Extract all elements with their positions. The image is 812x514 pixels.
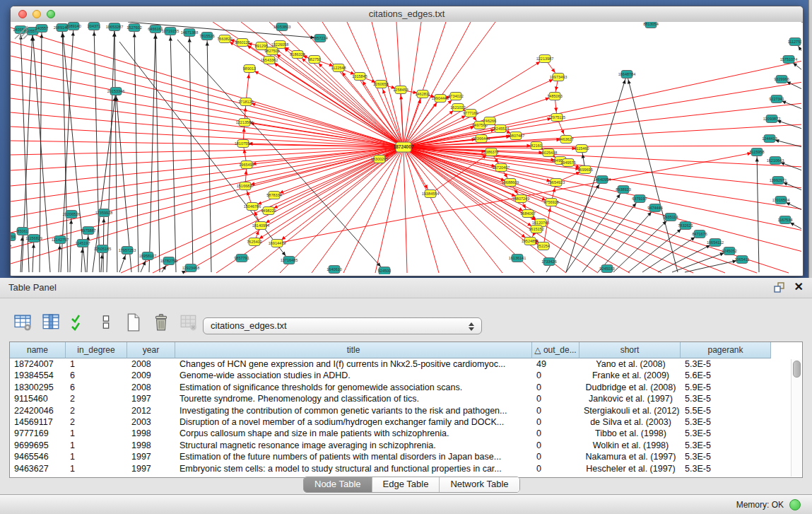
minimize-window-button[interactable] (33, 10, 41, 18)
graph-node-label: 7815526 (199, 34, 214, 38)
table-settings-icon[interactable] (14, 313, 33, 332)
column-header-year[interactable]: year (127, 342, 175, 358)
table-cell: Genome-wide association studies in ADHD. (175, 370, 532, 381)
graph-node-label: 16136141 (509, 256, 526, 260)
graph-node-label: 19524851 (522, 239, 539, 243)
table-row[interactable]: 946362711997Embryonic stem cells: a mode… (10, 463, 802, 474)
graph-node-label: 924500 (378, 269, 391, 273)
table-cell: Estimation of the future numbers of pati… (175, 451, 532, 462)
graph-node-label: 252254 (537, 244, 550, 248)
graph-node-label: 12213987 (536, 57, 553, 61)
column-header-name[interactable]: name (10, 342, 66, 358)
table-cell: Estimation of significance thresholds fo… (175, 382, 532, 393)
red-edge-ray (404, 147, 407, 273)
column-header-pagerank[interactable]: pagerank (681, 342, 771, 358)
table-cell: 9465546 (10, 451, 66, 462)
select-column-icon[interactable] (42, 313, 60, 332)
edge-arrowhead (69, 220, 73, 224)
zoom-window-button[interactable] (47, 10, 55, 18)
black-citation-edge (658, 243, 715, 272)
float-window-icon[interactable] (772, 281, 785, 294)
graph-node-label: 9756928 (543, 200, 558, 204)
network-canvas[interactable]: 1405572140557241405572089140620891402043… (11, 22, 801, 274)
table-row[interactable]: 911546021997Tourette syndrome. Phenomeno… (10, 393, 802, 404)
tab-node-table[interactable]: Node Table (304, 477, 372, 492)
table-cell: 1998 (127, 440, 175, 451)
table-row[interactable]: 977716911998Corpus callosum shape and si… (10, 428, 802, 439)
resize-grip-icon[interactable] (11, 22, 29, 40)
graph-node-label: 18140994 (252, 223, 269, 228)
edge-arrowhead (93, 32, 96, 36)
column-header-title[interactable]: title (175, 342, 532, 358)
graph-node-label: 20366446 (473, 136, 490, 141)
table-cell: 1997 (127, 451, 175, 462)
black-citation-edge (757, 152, 759, 272)
delete-trash-icon[interactable] (152, 313, 170, 332)
graph-node-label: 8813054 (643, 22, 658, 26)
graph-node-label: 15046786 (244, 204, 261, 209)
table-row[interactable]: 2242004622012Investigating the contribut… (10, 405, 802, 416)
table-cell: 1 (66, 428, 127, 439)
table-cell: Disruption of a novel member of a sodium… (175, 416, 532, 428)
table-row[interactable]: 969969511998Structural magnetic resonanc… (10, 440, 802, 451)
table-scrollbar-thumb[interactable] (793, 361, 801, 378)
table-cell: 5.3E-5 (681, 358, 771, 370)
graph-node-label: 9463627 (558, 137, 573, 141)
graph-node-label: 1167534 (777, 218, 792, 222)
new-document-icon[interactable] (124, 313, 143, 332)
graph-node-label: 8471676 (692, 232, 707, 236)
edge-arrowhead (552, 188, 555, 192)
select-all-checks-icon[interactable] (69, 313, 88, 332)
column-header-in_degree[interactable]: in_degree (66, 342, 127, 358)
column-header-out_de[interactable]: △ out_de... (532, 342, 579, 358)
table-row[interactable]: 946554611997Estimation of the future num… (10, 451, 802, 462)
graph-node-label: 1965493 (239, 163, 254, 167)
black-citation-edge (62, 28, 86, 272)
memory-ok-indicator-icon[interactable] (789, 499, 801, 510)
table-select-value: citations_edges.txt (211, 320, 287, 331)
black-citation-edge (114, 27, 117, 272)
edge-arrowhead (243, 107, 247, 112)
graph-node-label: 9684067 (520, 211, 535, 216)
column-header-short[interactable]: short (579, 342, 681, 358)
table-toolbar: f(x) (14, 312, 225, 333)
black-citation-edge (207, 36, 211, 272)
graph-node-label: 10688609 (502, 180, 519, 185)
graph-node-label: 12213563 (236, 120, 253, 124)
table-row[interactable]: 1872400712008Changes of HCN gene express… (10, 358, 802, 370)
graph-node-label: 18724007 (394, 144, 414, 149)
close-window-button[interactable] (18, 10, 27, 18)
graph-node-label: 6734022 (448, 94, 463, 98)
graph-node-label: 9329966 (774, 77, 789, 81)
table-cell: 5.9E-5 (681, 382, 771, 393)
table-cell: 18300295 (10, 382, 66, 393)
graph-node-label: 989013 (243, 66, 256, 71)
table-row[interactable]: 1830029562008Estimation of significance … (10, 382, 802, 393)
table-select-dropdown[interactable]: citations_edges.txt (203, 317, 482, 334)
edge-arrowhead (616, 194, 620, 199)
table-panel-title: Table Panel (8, 278, 57, 297)
network-window-titlebar[interactable]: citations_edges.txt (11, 6, 803, 23)
red-edge-ray (404, 22, 471, 147)
edge-arrowhead (522, 234, 526, 238)
table-scrollbar[interactable] (791, 359, 801, 477)
rows-icon[interactable] (97, 313, 115, 332)
table-cell: 9463627 (10, 463, 66, 474)
tab-network-table[interactable]: Network Table (440, 477, 519, 492)
close-panel-icon[interactable]: ✕ (794, 280, 804, 294)
edge-arrowhead (555, 86, 558, 90)
table-cell: Tourette syndrome. Phenomenology and cla… (175, 393, 532, 404)
edge-arrowhead (399, 95, 403, 100)
red-edge-ray (11, 147, 404, 186)
tab-edge-table[interactable]: Edge Table (372, 477, 440, 492)
graph-node-label: 8938923 (616, 187, 630, 192)
table-row[interactable]: 1456911722003Disruption of a novel membe… (10, 416, 802, 428)
graph-node-label: 13992971 (770, 178, 787, 182)
edge-arrowhead (242, 128, 246, 132)
black-citation-edge (94, 26, 100, 272)
edge-arrowhead (163, 266, 166, 270)
table-row[interactable]: 1938455462009Genome-wide association stu… (10, 370, 802, 381)
table-cell: 18724007 (10, 358, 66, 370)
graph-node-label: 982750 (308, 57, 321, 62)
table-cell: 0 (532, 382, 579, 393)
